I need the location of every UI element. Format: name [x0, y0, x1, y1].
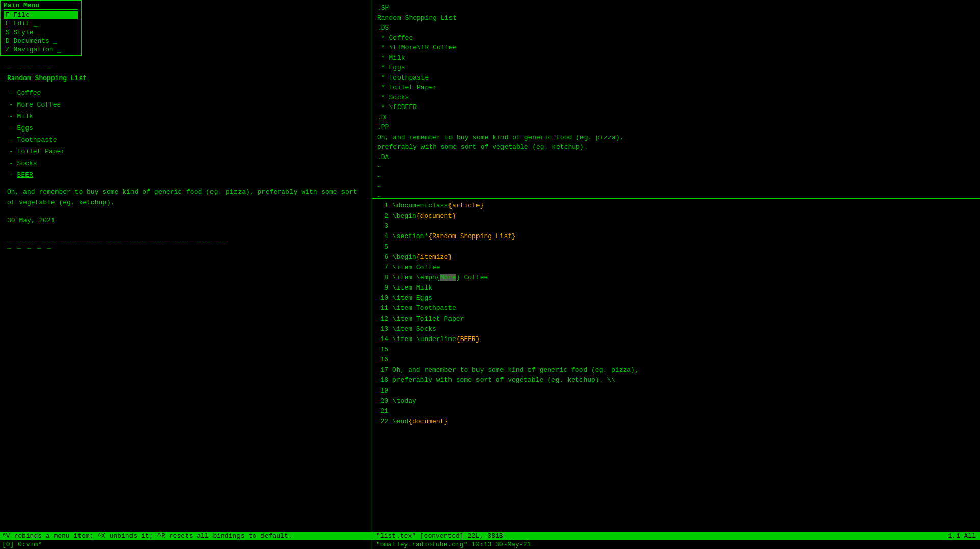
list-item: - Toilet Paper [7, 148, 364, 155]
line-content: \documentclass{article} [392, 201, 977, 211]
line-num: 18 [375, 375, 392, 385]
line-num: 7 [375, 263, 392, 273]
line-content [392, 221, 977, 231]
editor-lines: 1 \documentclass{article} 2 \begin{docum… [372, 199, 980, 429]
editor-line-9: 9 \item Milk [372, 283, 980, 293]
editor-line-14: 14 \item \underline{BEER} [372, 334, 980, 345]
line-num: 10 [375, 293, 392, 303]
editor-line-5: 5 [372, 242, 980, 252]
roff-source-text: .SH Random Shopping List .DS * Coffee * … [377, 3, 975, 199]
editor-line-6: 6 \begin{itemize} [372, 252, 980, 263]
line-num: 9 [375, 283, 392, 293]
line-num: 8 [375, 273, 392, 283]
roff-source-pane: .SH Random Shopping List .DS * Coffee * … [372, 0, 980, 199]
line-num: 5 [375, 242, 392, 252]
toolbar-shortcuts: _ _ _ _ _ [7, 242, 364, 250]
line-num: 2 [375, 211, 392, 221]
latex-cursor-pos: 1,1 All [948, 532, 976, 540]
document-paragraph: Oh, and remember to buy some kind of gen… [7, 187, 364, 208]
line-content: \item \emph{More} Coffee [392, 273, 977, 283]
menu-item-documents[interactable]: D Documents _ [4, 37, 78, 45]
line-content [392, 406, 977, 416]
line-num: 3 [375, 221, 392, 231]
editor-line-17: 17 Oh, and remember to buy some kind of … [372, 365, 980, 375]
list-item-beer: - BEER [7, 171, 364, 179]
toolbar-line-top: _ _ _ _ _ [7, 63, 364, 70]
line-content: \item \underline{BEER} [392, 334, 977, 345]
latex-file-status: "list.tex" [converted] 22L, 381B 1,1 All [372, 532, 980, 540]
line-num: 4 [375, 231, 392, 242]
line-content: \begin{document} [392, 211, 977, 221]
line-num: 11 [375, 303, 392, 313]
document-area: _ _ _ _ _ Random_Shopping_List - Coffee … [0, 59, 372, 258]
editor-line-11: 11 \item Toothpaste [372, 303, 980, 313]
toolbar-line-bottom: ________________________________________… [7, 234, 364, 242]
list-item: - Toothpaste [7, 136, 364, 144]
bottom-status-bar: ^V rebinds a menu item; ^X unbinds it; ^… [0, 532, 980, 540]
left-pane: Main Menu F File E Edit _ S Style _ D Do… [0, 0, 372, 532]
vim-tab-status: [0] 0:vim* [0, 540, 372, 549]
line-num: 14 [375, 334, 392, 345]
right-pane: .SH Random Shopping List .DS * Coffee * … [372, 0, 980, 532]
menu-item-style[interactable]: S Style _ [4, 28, 78, 37]
document-title: Random_Shopping_List [7, 74, 364, 82]
line-content: preferably with some sort of vegetable (… [392, 375, 977, 385]
menu-item-file[interactable]: F File [4, 11, 78, 19]
menu-title: Main Menu [4, 2, 78, 10]
list-item: - Coffee [7, 89, 364, 97]
line-content: \end{document} [392, 416, 977, 427]
editor-line-10: 10 \item Eggs [372, 293, 980, 303]
line-content: Oh, and remember to buy some kind of gen… [392, 365, 977, 375]
line-content [392, 345, 977, 355]
line-content [392, 386, 977, 396]
vim-status-row: [0] 0:vim* "omalley.radiotube.org" 10:13… [0, 540, 980, 549]
line-num: 17 [375, 365, 392, 375]
line-content [392, 242, 977, 252]
line-num: 12 [375, 314, 392, 324]
host-time-status: "omalley.radiotube.org" 10:13 30-May-21 [376, 541, 531, 548]
list-item: - Milk [7, 113, 364, 120]
editor-line-21: 21 [372, 406, 980, 416]
editor-line-8: 8 \item \emph{More} Coffee [372, 273, 980, 283]
editor-line-19: 19 [372, 386, 980, 396]
line-content: \item Toothpaste [392, 303, 977, 313]
beer-link: BEER [17, 171, 33, 179]
line-num: 15 [375, 345, 392, 355]
latex-editor-pane[interactable]: 1 \documentclass{article} 2 \begin{docum… [372, 199, 980, 532]
menu-item-navigation[interactable]: Z Navigation _ [4, 45, 78, 54]
menu-item-edit[interactable]: E Edit _ [4, 19, 78, 28]
editor-line-18: 18 preferably with some sort of vegetabl… [372, 375, 980, 385]
line-content: \item Eggs [392, 293, 977, 303]
line-content: \item Socks [392, 324, 977, 334]
list-item: - Socks [7, 160, 364, 167]
line-num: 13 [375, 324, 392, 334]
line-content: \item Milk [392, 283, 977, 293]
line-num: 16 [375, 355, 392, 365]
editor-line-22: 22 \end{document} [372, 416, 980, 427]
line-num: 21 [375, 406, 392, 416]
line-content: \today [392, 396, 977, 406]
vim-right-status: "omalley.radiotube.org" 10:13 30-May-21 [372, 540, 980, 549]
line-content: \item Coffee [392, 263, 977, 273]
list-item: - Eggs [7, 124, 364, 132]
editor-line-3: 3 [372, 221, 980, 231]
line-num: 6 [375, 252, 392, 263]
line-content [392, 355, 977, 365]
latex-file-info: "list.tex" [converted] 22L, 381B [376, 532, 504, 540]
editor-line-12: 12 \item Toilet Paper [372, 314, 980, 324]
editor-line-15: 15 [372, 345, 980, 355]
line-num: 19 [375, 386, 392, 396]
editor-line-7: 7 \item Coffee [372, 263, 980, 273]
line-num: 20 [375, 396, 392, 406]
editor-line-16: 16 [372, 355, 980, 365]
editor-line-2: 2 \begin{document} [372, 211, 980, 221]
status-hint: ^V rebinds a menu item; ^X unbinds it; ^… [0, 532, 372, 540]
line-content: \section*{Random Shopping List} [392, 231, 977, 242]
roff-line-sh: .SH Random Shopping List .DS * Coffee * … [377, 4, 624, 199]
line-num: 22 [375, 416, 392, 427]
editor-line-20: 20 \today [372, 396, 980, 406]
list-item: - More Coffee [7, 101, 364, 109]
main-menu: Main Menu F File E Edit _ S Style _ D Do… [0, 0, 82, 56]
line-num: 1 [375, 201, 392, 211]
line-content: \item Toilet Paper [392, 314, 977, 324]
